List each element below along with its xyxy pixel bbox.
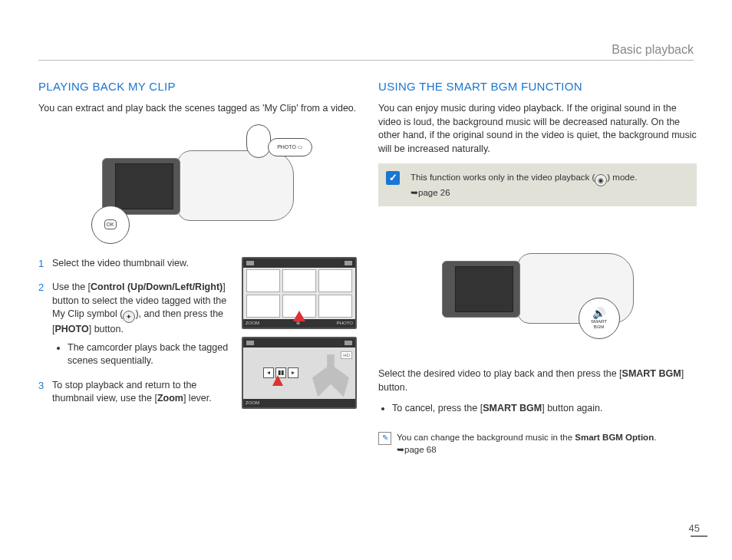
- right-column: USING THE SMART BGM FUNCTION You can enj…: [378, 78, 697, 456]
- note-icon: ✎: [378, 432, 391, 445]
- soccer-player-icon: [312, 354, 349, 397]
- camcorder-lcd-icon: [442, 261, 520, 318]
- photo-label: PHOTO: [337, 320, 353, 326]
- step-1-text: Select the video thumbnail view.: [52, 258, 189, 268]
- my-clip-icon: ✦: [123, 311, 135, 323]
- left-column: PLAYING BACK MY CLIP You can extract and…: [38, 78, 357, 456]
- steps-row: Select the video thumbnail view. Use the…: [38, 257, 357, 417]
- video-playback-mode-icon: ◉: [595, 174, 607, 186]
- footnote: ✎ You can change the background music in…: [378, 431, 697, 456]
- page-reference: ➥page 26: [411, 188, 450, 197]
- note-box: ✓ This function works only in the video …: [378, 163, 697, 206]
- screen-mockups: ZOOM ⊕ PHOTO ◂▮▮▸: [242, 257, 357, 417]
- page-reference: ➥page 68: [397, 445, 437, 454]
- zoom-label: ZOOM: [246, 400, 259, 406]
- hd-label: HD: [341, 351, 352, 359]
- speaker-icon: 🔊: [592, 308, 605, 319]
- heading-smart-bgm: USING THE SMART BGM FUNCTION: [378, 78, 697, 94]
- camcorder-body-icon: [177, 150, 294, 221]
- instruction-text: Select the desired video to play back an…: [378, 367, 697, 394]
- playback-screen: ◂▮▮▸ ZOOM HD: [242, 337, 357, 409]
- intro-text: You can enjoy music during video playbac…: [378, 102, 697, 156]
- heading-playing-back-my-clip: PLAYING BACK MY CLIP: [38, 78, 357, 94]
- content-columns: PLAYING BACK MY CLIP You can extract and…: [38, 78, 697, 456]
- dpad-ok-icon: [91, 206, 130, 244]
- page-number-rule: [691, 535, 707, 537]
- manual-page: Basic playback PLAYING BACK MY CLIP You …: [0, 0, 732, 560]
- camcorder-illustration: PHOTO ⬭: [38, 124, 357, 246]
- intro-text: You can extract and play back the scenes…: [38, 102, 357, 116]
- section-title: Basic playback: [612, 41, 694, 58]
- step-2: Use the [Control (Up/Down/Left/Right)] b…: [38, 281, 234, 368]
- zoom-label: ZOOM: [246, 320, 259, 326]
- cursor-arrow-icon: [293, 311, 305, 321]
- steps-text: Select the video thumbnail view. Use the…: [38, 257, 234, 417]
- step-2-sub: The camcorder plays back the tagged scen…: [68, 341, 234, 368]
- zoom-lever-icon: [246, 124, 271, 158]
- horizontal-rule: [38, 60, 694, 61]
- camcorder-bgm-illustration: 🔊 SMART BGM: [378, 219, 697, 357]
- cursor-arrow-icon: [272, 375, 283, 386]
- photo-button-callout: PHOTO ⬭: [268, 138, 312, 156]
- step-1: Select the video thumbnail view.: [38, 257, 234, 271]
- thumbnail-view-screen: ZOOM ⊕ PHOTO: [242, 257, 357, 329]
- page-number: 45: [689, 522, 700, 535]
- checkmark-icon: ✓: [386, 171, 400, 185]
- step-3: To stop playback and return to the thumb…: [38, 379, 234, 406]
- smart-bgm-button-callout: 🔊 SMART BGM: [579, 298, 620, 339]
- cancel-instruction: To cancel, press the [SMART BGM] button …: [392, 402, 697, 416]
